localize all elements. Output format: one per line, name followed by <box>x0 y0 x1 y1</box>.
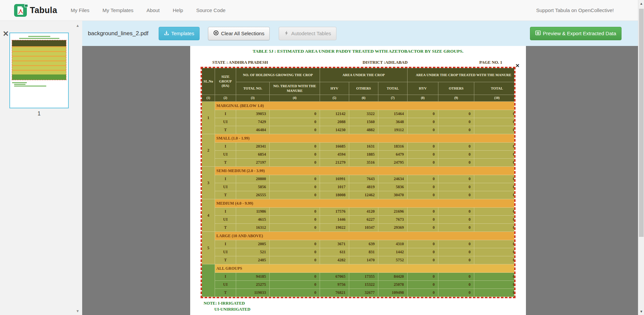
value-cell: 0 <box>270 224 320 232</box>
value-cell: 7643 <box>349 175 378 183</box>
value-cell: 0 <box>438 216 474 224</box>
value-cell: 46484 <box>236 126 270 134</box>
value-cell: 0 <box>408 143 438 151</box>
value-cell: 109498 <box>378 289 408 297</box>
clear-selections-button-label: Clear All Selections <box>221 31 264 36</box>
templates-button[interactable]: Templates <box>159 27 200 40</box>
page-number-label: 1 <box>9 111 69 117</box>
header-slno: SL.No <box>202 68 215 95</box>
value-cell: 12462 <box>349 191 378 199</box>
value-cell: 18316 <box>378 143 408 151</box>
value-cell: 0 <box>474 216 514 224</box>
value-cell: 0 <box>270 208 320 216</box>
row-type-cell: UI <box>215 118 236 126</box>
value-cell: 20800 <box>236 175 270 183</box>
header-group: AREA UNDER THE CROP <box>320 68 408 82</box>
value-cell: 0 <box>270 273 320 281</box>
value-cell: 24795 <box>378 159 408 167</box>
scrollbar-thumb[interactable] <box>639 9 644 237</box>
value-cell: 16312 <box>236 224 270 232</box>
row-type-cell: I <box>215 143 236 151</box>
window-scrollbar[interactable]: ▲ ▼ <box>638 0 644 315</box>
value-cell: 0 <box>438 289 474 297</box>
nav-item-help[interactable]: Help <box>173 7 183 13</box>
value-cell: 0 <box>408 240 438 248</box>
value-cell: 0 <box>270 248 320 256</box>
nav-item-my-files[interactable]: My Files <box>71 7 90 13</box>
value-cell: 0 <box>474 183 514 191</box>
templates-button-label: Templates <box>171 31 194 36</box>
value-cell: 0 <box>408 110 438 118</box>
thumb-table <box>12 40 66 80</box>
value-cell: 0 <box>438 118 474 126</box>
nav-item-source-code[interactable]: Source Code <box>196 7 226 13</box>
group-header-band: ALL GROUPS <box>215 264 514 273</box>
nav-item-about[interactable]: About <box>147 7 160 13</box>
value-cell: 15322 <box>349 281 378 289</box>
value-cell: 0 <box>438 208 474 216</box>
value-cell: 0 <box>408 224 438 232</box>
group-slno-cell: 4 <box>202 199 215 232</box>
scrollbar-down-icon[interactable]: ▼ <box>640 310 643 313</box>
page-thumbnail[interactable] <box>9 33 69 108</box>
pages-sidebar: ✕ 1 ▲ ▼ <box>0 21 82 315</box>
value-cell: 0 <box>474 248 514 256</box>
header-sub: HYV <box>408 82 438 95</box>
autodetect-tables-button[interactable]: Autodetect Tables <box>279 27 336 40</box>
value-cell: 94185 <box>236 273 270 281</box>
scrollbar-up-icon[interactable]: ▲ <box>640 2 643 5</box>
autodetect-tables-button-label: Autodetect Tables <box>291 31 331 36</box>
row-type-cell: T <box>215 126 236 134</box>
nav-item-my-templates[interactable]: My Templates <box>103 7 133 13</box>
remove-file-icon[interactable]: ✕ <box>3 30 9 38</box>
value-cell: 0 <box>270 151 320 159</box>
value-cell: 15464 <box>378 110 408 118</box>
value-cell: 39053 <box>236 110 270 118</box>
sidebar-scroll-down-icon[interactable]: ▼ <box>76 309 79 313</box>
top-navbar: Tabula My Files My Templates About Help … <box>0 0 644 21</box>
brand-link[interactable]: Tabula <box>14 4 57 17</box>
value-cell: 4615 <box>236 216 270 224</box>
preview-export-button[interactable]: Preview & Export Extracted Data <box>530 27 622 40</box>
value-cell: 0 <box>438 110 474 118</box>
value-cell: 19112 <box>378 126 408 134</box>
value-cell: 0 <box>270 143 320 151</box>
row-type-cell: UI <box>215 216 236 224</box>
selection-close-icon[interactable]: ✕ <box>515 63 520 69</box>
value-cell: 1017 <box>320 183 349 191</box>
value-cell: 639 <box>349 240 378 248</box>
value-cell: 21279 <box>320 159 349 167</box>
lock-icon <box>24 2 29 9</box>
value-cell: 0 <box>438 273 474 281</box>
value-cell: 5856 <box>236 183 270 191</box>
pdf-page[interactable]: TABLE 5J : ESTIMATED AREA UNDER PADDY TR… <box>190 46 526 315</box>
sidebar-scroll-up-icon[interactable]: ▲ <box>76 23 79 28</box>
thumb-note-line <box>14 84 25 85</box>
filename-label: background_lines_2.pdf <box>88 30 149 37</box>
support-link[interactable]: Support Tabula on OpenCollective! <box>536 7 614 13</box>
value-cell: 16991 <box>320 175 349 183</box>
value-cell: 0 <box>270 191 320 199</box>
value-cell: 0 <box>474 240 514 248</box>
preview-export-button-label: Preview & Export Extracted Data <box>543 31 616 36</box>
document-note-2: UI-UNIRRIGATED <box>214 307 250 312</box>
value-cell: 2485 <box>236 256 270 264</box>
value-cell: 7673 <box>378 216 408 224</box>
value-cell: 29369 <box>378 224 408 232</box>
selection-box[interactable]: SL.NoSIZE GROUP (HA)NO. OF HOLDINGS GROW… <box>201 67 516 298</box>
value-cell: 0 <box>408 273 438 281</box>
value-cell: 0 <box>438 175 474 183</box>
value-cell: 0 <box>474 143 514 151</box>
value-cell: 0 <box>408 281 438 289</box>
header-group: NO. OF HOLDINGS GROWING THE CROP <box>236 68 320 82</box>
header-col-number: (10) <box>474 95 514 102</box>
clear-selections-button[interactable]: Clear All Selections <box>208 27 270 40</box>
value-cell: 3322 <box>349 110 378 118</box>
group-slno-cell: 5 <box>202 232 215 264</box>
value-cell: 17576 <box>320 208 349 216</box>
value-cell: 0 <box>474 281 514 289</box>
value-cell: 4310 <box>378 240 408 248</box>
header-col-number: (4) <box>270 95 320 102</box>
value-cell: 0 <box>474 175 514 183</box>
row-type-cell: I <box>215 110 236 118</box>
